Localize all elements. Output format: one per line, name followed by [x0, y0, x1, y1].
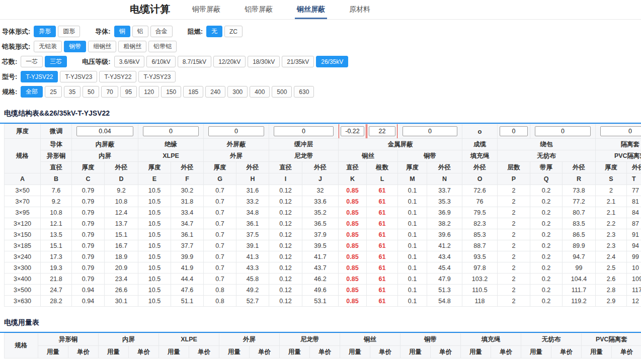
- measure-header: 外径: [627, 162, 641, 173]
- adjust-input[interactable]: [274, 126, 334, 136]
- usage-sub-header: 单价: [250, 346, 280, 358]
- measure-header: 厚度: [204, 162, 236, 173]
- filter-option-button[interactable]: 95: [120, 86, 137, 98]
- filter-option-button[interactable]: 异形: [34, 26, 56, 37]
- filter-option-button[interactable]: ZC: [224, 26, 243, 37]
- adjust-input[interactable]: [143, 126, 199, 136]
- filter-option-button[interactable]: 120: [139, 86, 159, 98]
- value-cell: 99: [627, 251, 641, 262]
- filter-option-button[interactable]: T-YJSV22: [21, 71, 58, 82]
- filter-option-button[interactable]: 500: [272, 86, 292, 98]
- value-cell: 0.85: [339, 218, 367, 229]
- filter-option-button[interactable]: 35: [64, 86, 81, 98]
- filter-option-button[interactable]: 25: [45, 86, 61, 98]
- filter-option-button[interactable]: 400: [250, 86, 270, 98]
- value-cell: 0.2: [530, 207, 563, 218]
- adjust-input[interactable]: [341, 126, 364, 136]
- usage-table: 规格异形铜内屏XLPE外屏尼龙带铜丝铜带填充绳无纺布PVC隔离套用量单价用量单价…: [4, 333, 641, 358]
- value-cell: 0.7: [204, 229, 236, 240]
- value-cell: 0.12: [269, 207, 302, 218]
- filter-option-button[interactable]: 26/35kV: [316, 56, 348, 67]
- filter-option-button[interactable]: 铜: [114, 26, 130, 37]
- value-cell: 0.79: [72, 229, 105, 240]
- filter-option-button[interactable]: 铝: [132, 26, 148, 37]
- spec-cell: 3×630: [5, 296, 41, 307]
- value-cell: 44.4: [171, 274, 204, 285]
- filter-option-button[interactable]: 630: [294, 86, 314, 98]
- value-cell: 19.3: [41, 262, 72, 274]
- value-cell: 0.1: [398, 185, 427, 196]
- adjust-input[interactable]: [600, 126, 641, 136]
- filter-option-button[interactable]: 钢带: [64, 41, 86, 52]
- value-cell: 73.8: [563, 185, 596, 196]
- column-letter-header: N: [427, 173, 462, 185]
- filter-option-button[interactable]: 18/30kV: [248, 56, 280, 67]
- filter-group: 型号:T-YJSV22T-YJSV23T-YJSY22T-YJSY23: [2, 71, 178, 82]
- adjust-input[interactable]: [500, 126, 528, 136]
- filter-option-button[interactable]: T-YJSV23: [60, 71, 97, 82]
- tab-2[interactable]: 铝带屏蔽: [243, 0, 275, 19]
- filter-option-button[interactable]: 50: [83, 86, 99, 98]
- table-row: 3×63028.20.9430.110.551.10.852.70.1253.1…: [5, 296, 641, 307]
- filter-option-button[interactable]: 240: [205, 86, 225, 98]
- usage-sub-header: 单价: [129, 346, 159, 358]
- filter-option-button[interactable]: 21/35kV: [282, 56, 314, 67]
- value-cell: 0.2: [530, 218, 563, 229]
- filter-option-button[interactable]: 12/20kV: [213, 56, 246, 67]
- value-cell: 0.79: [72, 218, 105, 229]
- value-cell: 0.7: [204, 218, 236, 229]
- column-letter-header: G: [204, 173, 236, 185]
- value-cell: 0.1: [398, 285, 427, 296]
- filter-option-button[interactable]: 全部: [21, 86, 43, 98]
- value-cell: 0.85: [339, 251, 367, 262]
- filter-option-button[interactable]: 一芯: [21, 56, 43, 67]
- filter-option-button[interactable]: 3.6/6kV: [114, 56, 145, 67]
- filter-option-button[interactable]: 三芯: [45, 56, 67, 67]
- value-cell: 10.5: [138, 196, 171, 207]
- value-cell: 0.85: [339, 296, 367, 307]
- value-cell: 99: [563, 262, 596, 274]
- adjust-input[interactable]: [369, 126, 395, 136]
- value-cell: 35.2: [302, 207, 339, 218]
- value-cell: 0.79: [72, 240, 105, 251]
- adjust-input[interactable]: [403, 126, 457, 136]
- tab-3[interactable]: 铜丝屏蔽: [295, 0, 327, 19]
- value-cell: 30.1: [105, 296, 138, 307]
- material-header: 铜带: [398, 150, 462, 162]
- filter-option-button[interactable]: 无铠装: [34, 41, 62, 52]
- filter-option-button[interactable]: 铝带铠: [148, 41, 177, 52]
- value-cell: 80.7: [563, 207, 596, 218]
- adjust-input[interactable]: [535, 126, 591, 136]
- value-cell: 10.8: [105, 196, 138, 207]
- filter-option-button[interactable]: 细钢丝: [88, 41, 116, 52]
- adjust-input[interactable]: [208, 126, 264, 136]
- adjust-row-label: 厚度: [5, 124, 41, 139]
- top-bar: 电缆计算 铜带屏蔽铝带屏蔽铜丝屏蔽原材料: [0, 0, 641, 20]
- filter-option-button[interactable]: 无: [206, 26, 222, 37]
- value-cell: 45.4: [427, 262, 462, 274]
- filter-option-button[interactable]: T-YJSY23: [138, 71, 176, 82]
- value-cell: 61: [367, 285, 398, 296]
- filter-option-button[interactable]: 圆形: [58, 26, 80, 37]
- filter-option-button[interactable]: 70: [101, 86, 118, 98]
- usage-group-header: PVC隔离套: [582, 333, 641, 346]
- filter-option-button[interactable]: 150: [161, 86, 181, 98]
- value-cell: 10.5: [138, 251, 171, 262]
- tab-1[interactable]: 铜带屏蔽: [190, 0, 222, 19]
- filter-option-button[interactable]: 185: [183, 86, 203, 98]
- value-cell: 12.4: [105, 207, 138, 218]
- filter-option-button[interactable]: T-YJSY22: [99, 71, 136, 82]
- tab-4[interactable]: 原材料: [347, 0, 372, 19]
- filter-option-button[interactable]: 300: [227, 86, 248, 98]
- value-cell: 39.9: [171, 251, 204, 262]
- filter-option-button[interactable]: 8.7/15kV: [178, 56, 211, 67]
- filter-option-button[interactable]: 粗钢丝: [118, 41, 146, 52]
- value-cell: 61: [367, 229, 398, 240]
- value-cell: 0.7: [204, 274, 236, 285]
- filter-option-button[interactable]: 6/10kV: [146, 56, 175, 67]
- filter-option-button[interactable]: 合金: [150, 26, 173, 37]
- value-cell: 28.2: [41, 296, 72, 307]
- value-cell: 82.3: [462, 218, 498, 229]
- adjust-input[interactable]: [76, 126, 133, 136]
- adjust-input-wrap: [208, 126, 264, 136]
